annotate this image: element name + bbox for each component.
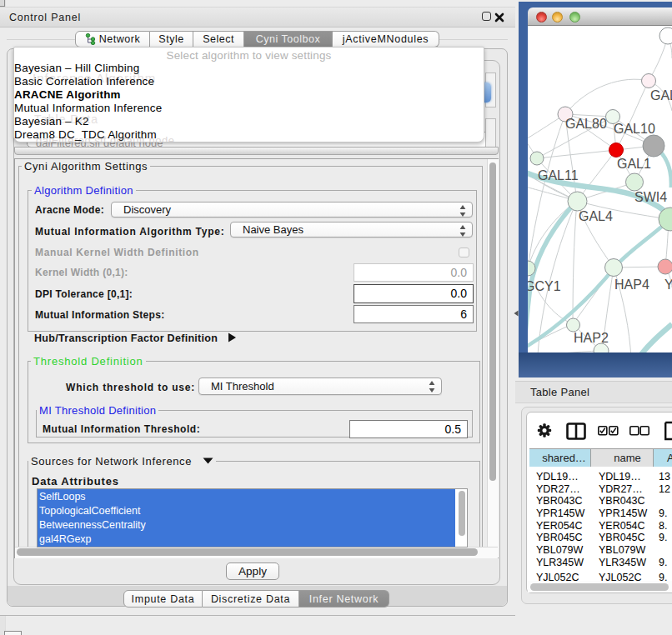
svg-text:GAL80: GAL80 [565,117,607,131]
svg-text:HAP2: HAP2 [574,331,609,345]
svg-text:GAL1: GAL1 [617,157,651,171]
svg-text:HAP4: HAP4 [614,278,649,292]
svg-text:SWI4: SWI4 [634,190,667,204]
svg-text:GCY1: GCY1 [528,279,561,293]
svg-text:YM: YM [664,278,672,292]
svg-text:GAL2: GAL2 [650,88,672,102]
svg-text:GAL10: GAL10 [614,122,655,136]
svg-text:GAL4: GAL4 [579,209,613,223]
svg-text:GAL11: GAL11 [538,168,579,182]
